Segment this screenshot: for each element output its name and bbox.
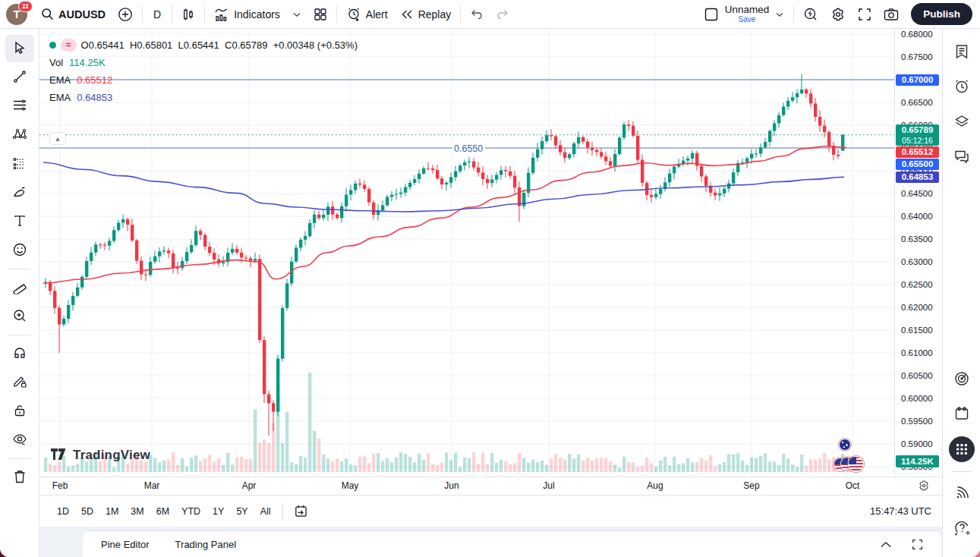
bottom-strip: Pine Editor Trading Panel: [39, 527, 942, 557]
clock-utc[interactable]: 15:47:43 UTC: [870, 505, 931, 517]
ohlc-values: O0.65441 H0.65801 L0.65441 C0.65789 +0.0…: [81, 39, 358, 51]
alert-line-label[interactable]: 0.67000: [896, 74, 939, 86]
drawing-mode-tool[interactable]: [5, 369, 34, 396]
price-tick: 0.64500: [895, 188, 941, 199]
price-tick: 0.68000: [895, 29, 941, 39]
price-line-label[interactable]: 0.65500: [896, 159, 939, 170]
month-label: Apr: [242, 480, 257, 491]
hide-drawings-tool[interactable]: [5, 426, 34, 454]
range-1d[interactable]: 1D: [52, 502, 74, 521]
range-5d[interactable]: 5D: [76, 502, 99, 521]
zoom-tool[interactable]: [5, 303, 34, 330]
grid-layout-button[interactable]: [307, 3, 333, 26]
go-to-date-button[interactable]: [289, 502, 313, 521]
target-icon: [953, 370, 970, 389]
month-label: Feb: [52, 480, 68, 491]
maximize-panel-button[interactable]: [912, 539, 923, 550]
price-axis[interactable]: 0.680000.675000.670000.665000.660000.655…: [894, 29, 941, 477]
zoom-in-icon: [12, 308, 27, 326]
volume-legend-row[interactable]: Vol 114.25K: [49, 55, 358, 70]
symbol-legend-row[interactable]: ≈ O0.65441 H0.65801 L0.65441 C0.65789 +0…: [49, 37, 358, 52]
user-avatar[interactable]: T 11: [6, 4, 27, 25]
hotlists-button[interactable]: [947, 365, 976, 394]
settings-button[interactable]: [824, 3, 852, 26]
chart-plot-area[interactable]: 0.6550 ≈ O0.65441 H0.65801 L0.65441 C0.6…: [39, 29, 894, 477]
tab-pine-editor[interactable]: Pine Editor: [93, 534, 157, 555]
toolbar-divider: [8, 335, 31, 335]
range-3m[interactable]: 3M: [125, 502, 149, 521]
calendar-button[interactable]: [947, 400, 976, 429]
tab-trading-panel[interactable]: Trading Panel: [168, 534, 244, 555]
range-ytd[interactable]: YTD: [176, 502, 206, 521]
undo-icon: [470, 9, 484, 20]
remove-drawings-tool[interactable]: [5, 464, 34, 491]
text-tool[interactable]: [5, 208, 34, 235]
redo-button[interactable]: [490, 3, 515, 26]
snapshot-button[interactable]: [878, 3, 905, 26]
prediction-tool[interactable]: [5, 150, 34, 178]
ruler-tool[interactable]: [5, 274, 34, 301]
us-flag-icon: [848, 456, 864, 472]
object-tree-button[interactable]: [947, 108, 976, 137]
range-all[interactable]: All: [255, 502, 276, 521]
workspace: 0.6550 ≈ O0.65441 H0.65801 L0.65441 C0.6…: [0, 29, 980, 557]
price-tick: 0.60500: [895, 370, 941, 381]
fullscreen-button[interactable]: [852, 3, 878, 26]
question-sparkles-icon: [953, 519, 971, 540]
chevron-down-icon: [775, 11, 784, 17]
economic-events-us[interactable]: [833, 456, 868, 473]
alert-button[interactable]: Alert: [340, 3, 394, 26]
indicator-templates-button[interactable]: [286, 3, 307, 26]
replay-button[interactable]: Replay: [394, 3, 458, 26]
symbol-search-button[interactable]: AUDUSD: [35, 3, 112, 26]
grid-icon: [314, 8, 327, 21]
undo-button[interactable]: [464, 3, 490, 26]
lock-all-tool[interactable]: [5, 398, 34, 425]
cursor-tool[interactable]: [5, 35, 34, 62]
pattern-tool[interactable]: [5, 121, 34, 149]
time-axis[interactable]: FebMarAprMayJunJulAugSepOct: [39, 477, 942, 495]
layout-menu-chevron[interactable]: [769, 3, 790, 26]
range-6m[interactable]: 6M: [151, 502, 175, 521]
help-button[interactable]: [947, 515, 976, 543]
ema-slow-legend-row[interactable]: EMA 0.64853: [49, 90, 358, 105]
layout-name-button[interactable]: Unnamed Save: [725, 5, 770, 24]
magnet-tool[interactable]: [5, 340, 34, 367]
alerts-panel-button[interactable]: [947, 73, 976, 102]
range-1y[interactable]: 1Y: [207, 502, 229, 521]
layout-thumbnail-button[interactable]: [698, 3, 725, 26]
bottom-panel: Pine Editor Trading Panel: [83, 531, 941, 557]
quick-search-button[interactable]: [797, 3, 824, 26]
month-label: Jul: [543, 480, 554, 491]
gear-icon: [830, 7, 846, 22]
chart-legend: ≈ O0.65441 H0.65801 L0.65441 C0.65789 +0…: [49, 37, 358, 107]
expand-panel-button[interactable]: [880, 541, 892, 548]
price-tick: 0.60000: [895, 393, 941, 404]
toolbar-divider: [8, 269, 31, 269]
range-1m[interactable]: 1M: [100, 502, 124, 521]
ema-fast-legend-row[interactable]: EMA 0.65512: [49, 72, 358, 87]
emoji-tool[interactable]: [5, 237, 34, 264]
interval-button[interactable]: D: [146, 3, 169, 26]
brush-tool[interactable]: [5, 179, 34, 206]
save-layout-link[interactable]: Save: [739, 16, 756, 24]
watchlist-panel-button[interactable]: [947, 38, 976, 67]
compare-add-symbol-button[interactable]: [112, 3, 139, 26]
fib-retracement-tool[interactable]: [5, 93, 34, 120]
toolbar-divider: [336, 6, 337, 23]
chat-button[interactable]: [947, 143, 976, 172]
range-5y[interactable]: 5Y: [231, 502, 253, 521]
apps-grid-button[interactable]: [947, 435, 976, 464]
toolbar-divider: [204, 6, 205, 23]
calendar-icon: [953, 405, 970, 424]
toolbar-divider: [172, 6, 172, 23]
trend-line-tool[interactable]: [5, 64, 34, 91]
axis-settings-gear-icon[interactable]: [918, 480, 930, 494]
publish-button[interactable]: Publish: [911, 3, 972, 25]
delayed-data-badge[interactable]: ≈: [61, 39, 77, 52]
legend-collapse-button[interactable]: ▲: [49, 132, 66, 145]
chart-type-button[interactable]: [175, 3, 201, 26]
price-tick: 0.61000: [895, 348, 941, 358]
indicators-button[interactable]: Indicators: [208, 3, 286, 26]
live-streams-button[interactable]: [947, 480, 976, 508]
